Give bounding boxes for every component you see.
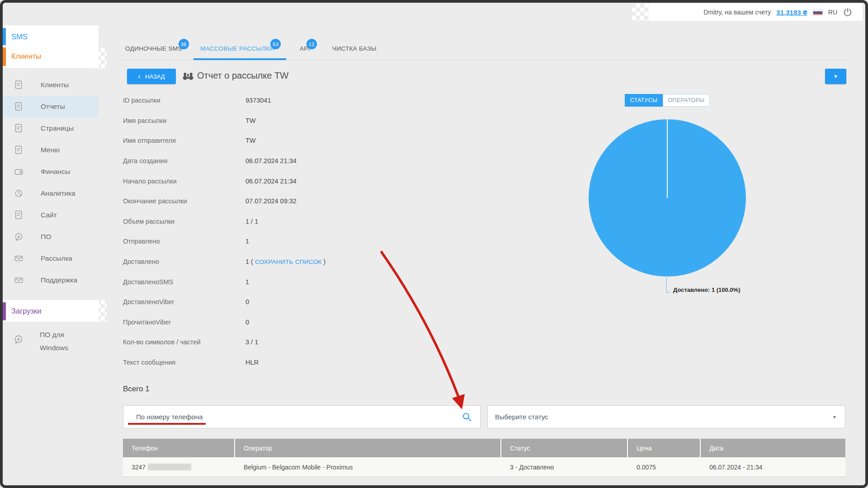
sidebar-item-windows-software[interactable]: ПО для Windows <box>3 328 99 354</box>
pie-annotation-label: Доставлено: 1 (100.0%) <box>673 286 740 293</box>
app-background: Dmitry, на вашем счету 31,3183 ₴ RU SMS … <box>0 0 868 488</box>
tab-badge: 36 <box>179 39 189 49</box>
binoculars-icon <box>183 72 193 80</box>
caret-down-icon: ▼ <box>833 74 838 79</box>
pie-slice-divider <box>667 119 668 198</box>
document-icon <box>14 210 24 220</box>
sms-section-bar <box>3 28 6 45</box>
chart-toggle-operators[interactable]: ОПЕРАТОРЫ <box>663 94 710 107</box>
back-button[interactable]: ‹ НАЗАД <box>127 69 176 84</box>
wallet-icon <box>14 167 24 177</box>
sidebar-item-menu[interactable]: Меню <box>3 139 99 161</box>
pie-chart-icon <box>14 188 24 198</box>
document-icon <box>14 80 24 90</box>
sidebar-item-software[interactable]: ПО <box>3 226 99 248</box>
sidebar-item-finance[interactable]: Финансы <box>3 161 99 183</box>
downloads-checker-decoration <box>89 300 107 322</box>
downloads-section-bar <box>3 302 6 320</box>
table-row: 3247 Belgium - Belgacom Mobile - Proximu… <box>123 457 845 477</box>
chevron-left-icon: ‹ <box>138 72 141 80</box>
sidebar-section-sms[interactable]: SMS <box>11 27 28 46</box>
tab-mass-mailings[interactable]: МАССОВЫЕ РАССЫЛКИ 53 <box>200 45 274 57</box>
mail-icon <box>14 275 24 285</box>
power-icon[interactable] <box>843 7 853 17</box>
sidebar-item-mailing[interactable]: Рассылка <box>3 248 99 269</box>
field-row: Дата создания06.07.2024 21:34 <box>123 151 439 171</box>
sidebar-item-analytics[interactable]: Аналитика <box>3 183 99 204</box>
field-row: Начало рассылки06.07.2024 21:34 <box>123 171 439 191</box>
field-row: Окончание рассылки07.07.2024 09:32 <box>123 191 439 211</box>
tab-base-cleaning[interactable]: ЧИСТКА БАЗЫ <box>332 45 377 57</box>
tab-single-sms[interactable]: ОДИНОЧНЫЕ SMS 36 <box>125 45 182 57</box>
user-greeting: Dmitry, на вашем счету <box>703 9 771 16</box>
active-tab-underline <box>193 58 286 60</box>
field-row: Имя отправителяTW <box>123 131 439 151</box>
download-icon <box>14 232 24 242</box>
tab-api[interactable]: API 12 <box>300 45 310 57</box>
field-row: ID рассылки9373041 <box>123 90 439 111</box>
sidebar-section-downloads[interactable]: Загрузки <box>11 301 41 320</box>
tab-badge: 53 <box>270 39 281 49</box>
table-header: Телефон Оператор Статус Цена Дата <box>123 439 845 457</box>
sidebar-item-clients[interactable]: Клиенты <box>3 74 99 96</box>
sidebar-item-support[interactable]: Поддержка <box>3 269 99 291</box>
download-icon <box>14 334 24 344</box>
results-table: Телефон Оператор Статус Цена Дата 3247 B… <box>123 439 845 477</box>
ru-flag-icon <box>813 9 823 15</box>
red-arrow-annotation <box>362 244 479 420</box>
balance-link[interactable]: 31,3183 ₴ <box>776 9 807 16</box>
language-switcher[interactable]: RU <box>828 9 837 16</box>
field-row: Имя рассылкиTW <box>123 111 439 131</box>
status-select[interactable]: Выберите статус ▾ <box>487 405 845 428</box>
sidebar-item-site[interactable]: Сайт <box>3 204 99 226</box>
field-row: Объем рассылки1 / 1 <box>123 211 439 232</box>
save-list-link[interactable]: СОХРАНИТЬ СПИСОК <box>255 258 322 265</box>
export-dropdown-button[interactable]: ▼ <box>825 69 846 84</box>
sidebar-section-clients[interactable]: Клиенты <box>11 47 41 66</box>
total-count-label: Всего 1 <box>123 385 150 394</box>
sidebar-item-pages[interactable]: Страницы <box>3 117 99 139</box>
document-icon <box>14 102 24 112</box>
mail-icon <box>14 253 24 263</box>
tab-badge: 12 <box>307 39 317 49</box>
page-title: Отчет о рассылке TW <box>197 70 288 81</box>
document-icon <box>14 145 24 155</box>
header-checker-decoration <box>632 4 650 21</box>
phone-cell: 3247 <box>123 457 235 477</box>
caret-down-icon: ▾ <box>833 414 836 420</box>
clients-section-bar <box>3 47 6 66</box>
document-icon <box>14 123 24 133</box>
red-underline-annotation <box>128 423 206 425</box>
redacted-phone-mask <box>148 464 191 470</box>
clients-checker-decoration <box>89 48 107 69</box>
sidebar-item-reports[interactable]: Отчеты <box>3 96 99 117</box>
chart-toggle-statuses[interactable]: СТАТУСЫ <box>625 94 663 107</box>
header-user-panel: Dmitry, на вашем счету 31,3183 ₴ RU <box>649 4 863 21</box>
pie-annotation-leader <box>666 276 670 293</box>
